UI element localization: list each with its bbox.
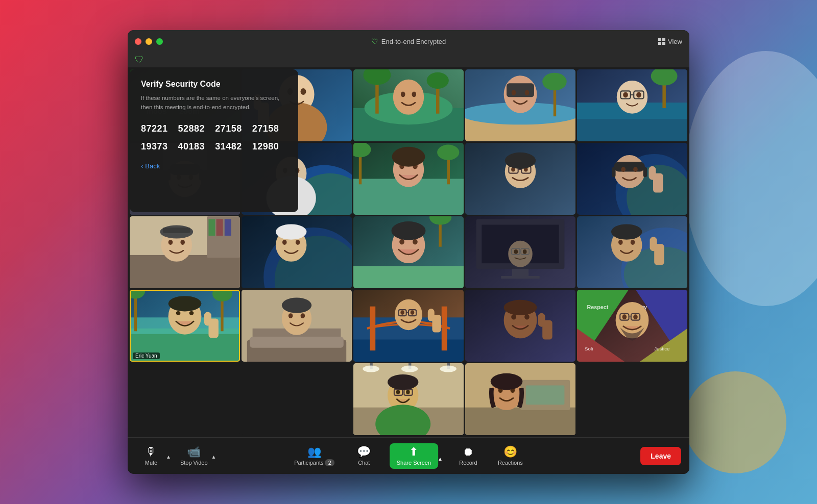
- video-cell-r4c1: Eric Yuan: [130, 290, 240, 362]
- svg-point-123: [514, 249, 518, 254]
- code-7: 31482: [215, 141, 242, 152]
- svg-rect-36: [577, 119, 687, 142]
- security-description: If these numbers are the same on everyon…: [141, 94, 287, 112]
- svg-point-66: [437, 145, 459, 160]
- svg-rect-116: [353, 266, 464, 289]
- svg-rect-85: [643, 167, 647, 177]
- window-buttons: [135, 38, 163, 45]
- video-arrow-icon[interactable]: ▲: [211, 454, 217, 460]
- svg-rect-84: [612, 167, 616, 177]
- record-icon: ⏺: [463, 446, 474, 458]
- toolbar: 🎙 Mute ▲ 📹 Stop Video ▲ 👥 Participants2: [128, 437, 689, 474]
- code-4: 27158: [252, 123, 279, 134]
- svg-point-132: [618, 240, 623, 245]
- svg-point-204: [440, 366, 456, 372]
- titlebar: 🛡 End-to-end Encrypted View: [128, 30, 689, 53]
- svg-point-133: [631, 240, 635, 245]
- svg-point-178: [504, 300, 537, 315]
- svg-rect-83: [614, 162, 644, 171]
- svg-point-146: [189, 311, 194, 315]
- participants-label: Participants2: [294, 460, 334, 466]
- svg-rect-89: [648, 166, 656, 180]
- lock-icon: 🛡: [371, 37, 378, 45]
- mute-button[interactable]: 🎙 Mute: [136, 444, 166, 468]
- svg-point-22: [393, 80, 424, 115]
- svg-point-29: [542, 73, 567, 91]
- code-5: 19373: [141, 141, 168, 152]
- svg-point-157: [301, 313, 305, 318]
- maximize-button[interactable]: [156, 38, 163, 45]
- svg-point-124: [523, 249, 527, 254]
- svg-rect-180: [538, 313, 545, 327]
- back-button[interactable]: ‹ Back: [141, 162, 287, 170]
- view-label: View: [668, 38, 682, 45]
- video-cell-r4c5: Respect ty Soli Justice: [577, 290, 687, 362]
- svg-point-112: [413, 239, 418, 245]
- share-arrow-icon[interactable]: ▲: [438, 456, 443, 462]
- code-8: 12980: [252, 141, 279, 152]
- svg-point-221: [491, 373, 523, 390]
- grid-view-icon: [658, 38, 665, 45]
- svg-rect-101: [163, 228, 190, 233]
- svg-point-86: [621, 167, 626, 172]
- svg-rect-135: [650, 237, 657, 251]
- svg-point-78: [505, 153, 536, 169]
- svg-point-33: [525, 90, 530, 95]
- svg-point-210: [406, 390, 410, 394]
- video-camera-icon: 📹: [187, 446, 201, 458]
- video-cell-r5c2: [242, 363, 352, 435]
- svg-point-70: [392, 147, 425, 167]
- svg-point-32: [512, 90, 516, 95]
- svg-point-209: [396, 390, 400, 394]
- svg-rect-215: [465, 408, 575, 435]
- svg-point-23: [401, 92, 405, 97]
- stop-video-button[interactable]: 📹 Stop Video: [176, 444, 212, 468]
- svg-rect-173: [428, 309, 435, 321]
- svg-point-12: [301, 88, 306, 95]
- mute-arrow-icon[interactable]: ▲: [166, 454, 171, 460]
- svg-text:Soli: Soli: [585, 346, 593, 351]
- svg-point-194: [622, 314, 627, 319]
- svg-rect-217: [526, 386, 565, 405]
- video-cell-r3c5: [577, 216, 687, 288]
- close-button[interactable]: [135, 38, 141, 45]
- stop-video-label: Stop Video: [180, 460, 208, 466]
- video-cell-r5c1: [130, 363, 240, 435]
- microphone-icon: 🎙: [146, 446, 157, 458]
- security-shield-bar: 🛡: [128, 53, 689, 67]
- svg-rect-31: [507, 83, 534, 97]
- svg-rect-95: [217, 219, 223, 236]
- participants-button[interactable]: 👥 Participants2: [290, 444, 339, 468]
- code-6: 40183: [178, 141, 205, 152]
- code-2: 52882: [178, 123, 205, 134]
- toolbar-left: 🎙 Mute ▲ 📹 Stop Video ▲: [136, 444, 216, 468]
- view-button[interactable]: View: [658, 38, 682, 45]
- reactions-icon: 😊: [503, 446, 517, 458]
- shield-icon: 🛡: [135, 55, 144, 65]
- share-screen-icon: ⬆: [409, 446, 418, 458]
- toolbar-right: Leave: [640, 447, 681, 465]
- video-cell-r4c3: [353, 290, 464, 362]
- security-title: Verify Security Code: [141, 80, 287, 89]
- security-codes: 87221 52882 27158 27158 19373 40183 3148…: [141, 123, 287, 152]
- record-button[interactable]: ⏺ Record: [453, 444, 484, 468]
- leave-button[interactable]: Leave: [640, 447, 681, 465]
- toolbar-center: 👥 Participants2 💬 Chat ⬆ Share Screen ▲ …: [290, 443, 527, 469]
- svg-point-145: [176, 311, 181, 315]
- code-1: 87221: [141, 123, 168, 134]
- code-row-2: 19373 40183 31482 12980: [141, 141, 287, 152]
- share-screen-button[interactable]: ⬆ Share Screen: [390, 443, 438, 469]
- svg-rect-92: [130, 255, 240, 288]
- chat-button[interactable]: 💬 Chat: [349, 444, 379, 468]
- mute-label: Mute: [145, 460, 157, 466]
- minimize-button[interactable]: [146, 38, 152, 45]
- video-grid: Verify Security Code If these numbers ar…: [128, 67, 689, 437]
- svg-point-176: [511, 314, 516, 320]
- reactions-button[interactable]: 😊 Reactions: [494, 444, 527, 468]
- svg-point-106: [282, 240, 287, 245]
- svg-point-40: [623, 92, 628, 98]
- svg-point-211: [388, 374, 418, 390]
- code-3: 27158: [215, 123, 242, 134]
- video-cell-r3c3: [353, 216, 464, 288]
- video-cell-r5c4: [465, 363, 575, 435]
